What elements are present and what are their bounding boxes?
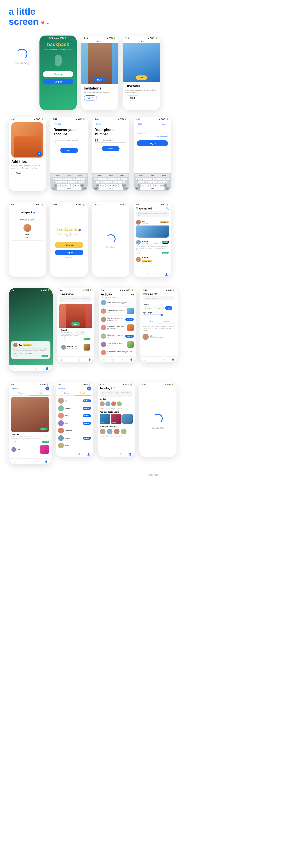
nav-heart-icon[interactable]: ♡: [146, 273, 150, 276]
invite-button[interactable]: Invite: [94, 78, 106, 82]
next-button-rec[interactable]: Next: [60, 148, 78, 153]
nav-user-pl[interactable]: 👤: [87, 452, 90, 456]
key-u[interactable]: U: [72, 178, 75, 180]
nav-heart-tj[interactable]: ♡: [69, 358, 73, 362]
login-submit-button[interactable]: Log in: [137, 141, 168, 146]
join-jennifer-big[interactable]: Join: [40, 428, 48, 430]
tab-people-j[interactable]: People: [30, 391, 50, 396]
key-t[interactable]: T: [66, 178, 69, 180]
nav-user-jb[interactable]: 👤: [44, 460, 48, 464]
back-jennifer[interactable]: ‹ Search: [11, 388, 18, 390]
recover-input[interactable]: Enter email, username or phone number: [54, 138, 85, 144]
login-button[interactable]: Log in: [43, 79, 73, 85]
alternate-link[interactable]: Alternate: [66, 256, 72, 258]
nav-search-pl[interactable]: ◎: [78, 452, 81, 456]
like-jb[interactable]: ♡: [11, 441, 13, 443]
phone-input-row[interactable]: +1 (00) 456-7890: [95, 138, 126, 143]
alt-signup-button[interactable]: Sign up: [55, 242, 83, 248]
nav-search-dest[interactable]: ◎: [119, 452, 123, 456]
nav-heart-big[interactable]: ♡: [24, 367, 27, 370]
follow-ana[interactable]: Follow: [83, 399, 91, 402]
back-arrow-log[interactable]: ‹ back: [137, 123, 142, 125]
nav-home-jb[interactable]: ⌂: [12, 460, 16, 464]
nav-home-act[interactable]: ⌂: [101, 358, 105, 362]
more-icon[interactable]: ⋮: [167, 258, 169, 260]
next-button-disc[interactable]: Next: [125, 95, 140, 100]
next-button-ph[interactable]: Next: [102, 146, 120, 151]
like-icon-big[interactable]: ♡: [13, 355, 15, 357]
dest-bali[interactable]: BALI: [100, 414, 110, 424]
filter-search[interactable]: Enter a name or city: [143, 296, 176, 300]
join-button[interactable]: Join: [136, 75, 147, 80]
filter-icon[interactable]: ⊞: [45, 386, 49, 391]
key-r[interactable]: R: [63, 178, 66, 180]
nav-user-big[interactable]: 👤: [45, 367, 49, 370]
key-p[interactable]: P: [83, 178, 85, 180]
dest-search[interactable]: Enter a name or city you're travelling t…: [100, 391, 133, 397]
tab-trips-pl[interactable]: Trips: [58, 391, 74, 395]
age-range-slider[interactable]: [143, 315, 175, 315]
not-you-link[interactable]: Not you?: [24, 236, 31, 238]
nav-home-dest[interactable]: ⌂: [100, 452, 104, 456]
tab-people[interactable]: People: [159, 319, 176, 324]
key-y[interactable]: Y: [69, 178, 72, 180]
nav-search-big[interactable]: ◎: [34, 367, 38, 370]
pill-male[interactable]: Male: [155, 306, 164, 310]
pill-all[interactable]: All: [165, 306, 172, 310]
forgot-password-link[interactable]: Forgot Password?: [155, 135, 168, 137]
nav-home-tj[interactable]: ⌂: [60, 358, 63, 362]
signup-button[interactable]: Sign up: [43, 71, 73, 77]
got-it-button[interactable]: Got it: [84, 95, 97, 100]
nav-home-icon[interactable]: ⌂: [136, 273, 140, 276]
nav-home-filt[interactable]: ⌂: [143, 358, 147, 362]
accept-leo-btn[interactable]: Accept: [125, 318, 134, 321]
nav-heart-jb[interactable]: ♡: [23, 460, 27, 464]
key-e[interactable]: E: [59, 178, 62, 180]
like-icon[interactable]: ♡: [136, 252, 138, 254]
nav-heart-pl[interactable]: ♡: [68, 452, 72, 456]
back-arrow[interactable]: ‹ < back: [54, 123, 85, 125]
nav-home-pl[interactable]: ⌂: [59, 452, 62, 456]
slider-thumb[interactable]: [160, 314, 163, 316]
share-icon-big[interactable]: ⟳: [16, 355, 18, 357]
share-j[interactable]: ⟳: [64, 338, 66, 340]
next-button-trips[interactable]: Next: [11, 171, 25, 176]
follow-sandra[interactable]: Follow: [83, 407, 91, 410]
follow-mia[interactable]: Follow: [83, 422, 91, 425]
tab-trips-j[interactable]: Trips: [11, 391, 30, 395]
key-q[interactable]: Q: [53, 178, 56, 180]
nav-user-dest[interactable]: 👤: [128, 452, 132, 456]
tab-trips[interactable]: Trips: [143, 319, 159, 323]
join-btn-2[interactable]: Join: [162, 241, 169, 244]
follow-lisa[interactable]: Follow: [83, 414, 91, 417]
pill-female[interactable]: Female: [143, 306, 154, 310]
nav-search-tj[interactable]: ◎: [79, 358, 82, 362]
filter-pl-icon[interactable]: ⊞: [87, 386, 91, 391]
nav-heart-act[interactable]: ♡: [111, 358, 115, 362]
search-icon[interactable]: 🔍: [165, 207, 169, 210]
nav-heart-dest[interactable]: ♡: [110, 452, 113, 456]
tj-search[interactable]: Enter a name or city you're travelling t…: [59, 296, 92, 302]
key-o[interactable]: O: [79, 178, 82, 180]
share-jb[interactable]: ⟳: [14, 441, 16, 443]
join-jennifer-btn[interactable]: Join: [71, 322, 80, 326]
key-w[interactable]: W: [56, 178, 59, 180]
share-icon[interactable]: ⟳: [139, 252, 141, 254]
alt-login-button[interactable]: Log in: [55, 250, 83, 255]
like-j[interactable]: ♡: [61, 338, 63, 340]
nav-user-filt[interactable]: 👤: [171, 358, 175, 362]
accept-marry-btn[interactable]: Accept: [125, 335, 134, 338]
dest-3[interactable]: [122, 414, 133, 424]
back-pl[interactable]: ‹ Search: [58, 388, 65, 390]
nav-user-icon[interactable]: 👤: [165, 273, 168, 276]
nav-heart-filt[interactable]: ♡: [153, 358, 156, 362]
email-input[interactable]: [137, 128, 168, 130]
search-input-tv[interactable]: Enter a name or city you're travelling t…: [136, 211, 169, 217]
nav-search-jb[interactable]: ◎: [34, 460, 37, 464]
nav-search-filt[interactable]: ◎: [162, 358, 165, 362]
nav-user-act[interactable]: 👤: [130, 358, 133, 362]
follow-travis[interactable]: Follow: [83, 437, 91, 440]
signup-link[interactable]: Sign up: [162, 124, 168, 125]
nav-search-act[interactable]: ◎: [120, 358, 124, 362]
back-arrow-ph[interactable]: ‹ back: [95, 123, 126, 125]
